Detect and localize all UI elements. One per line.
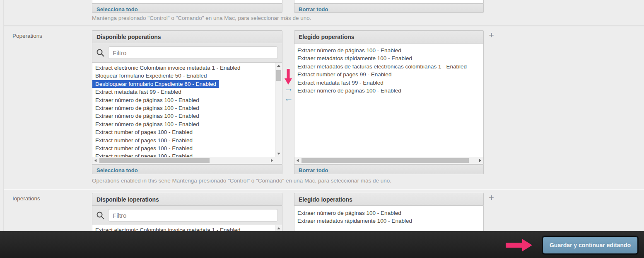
scrollbar-corner [275,157,282,164]
add-poperation-button[interactable]: + [489,32,494,39]
top-chosen-list-clipped [294,0,484,3]
scroll-left-icon[interactable] [92,157,99,164]
scroll-left-icon[interactable] [294,157,301,164]
list-option[interactable]: Extract metadata fast 99 - Enabled [92,88,275,96]
top-available-footer: Selecciona todo [92,3,282,13]
scroll-down-icon[interactable] [275,150,282,157]
choose-arrow-icon[interactable]: → [284,84,293,92]
scrollbar-thumb[interactable] [276,70,281,81]
page: Selecciona todo Borrar todo Mantenga pre… [0,0,644,258]
list-option[interactable]: Extraer número de páginas 100 - Enabled [92,104,275,112]
list-option[interactable]: Extraer metadatos rápidamente 100 - Enab… [294,217,483,225]
list-option[interactable]: Extract electronic Colombian invoice met… [92,64,275,72]
list-option[interactable]: Extraer número de páginas 100 - Enabled [294,209,483,217]
list-option[interactable]: Extraer número de páginas 100 - Enabled [92,120,275,128]
list-option[interactable]: Bloquear formulario Expediente 50 - Enab… [92,72,275,80]
save-and-continue-button[interactable]: Guardar y continuar editando [543,237,637,253]
search-icon [96,211,105,220]
module-left-border [3,0,4,231]
submit-row: Guardar y continuar editando [0,231,644,258]
list-option[interactable]: Extraer metadatos de facturas electrónic… [294,63,483,71]
list-option[interactable]: Extract metadata fast 99 - Enabled [294,79,483,87]
search-icon [96,49,105,57]
chosen-header: Elegido poperations [294,30,484,43]
row-divider [4,189,644,189]
scroll-up-icon[interactable] [275,63,282,69]
chosen-footer: Borrar todo [294,164,484,174]
filter-input[interactable] [108,46,278,59]
list-option[interactable]: Extraer número de páginas 100 - Enabled [92,96,275,104]
available-header: Disponible ioperations [92,193,282,206]
filter-input[interactable] [108,209,278,221]
select-all-link[interactable]: Selecciona todo [96,167,138,173]
field-label-ioperations: Ioperations [12,195,40,202]
filter-row [92,43,282,62]
poperations-chosen-box: Elegido poperations Extraer número de pá… [294,30,484,174]
list-option[interactable]: Extraer metadatos rápidamente 100 - Enab… [294,54,483,62]
scrollbar-thumb[interactable] [99,158,210,163]
add-ioperation-button[interactable]: + [489,194,494,202]
list-option[interactable]: Extract number of pages 100 - Enabled [92,144,275,152]
list-option[interactable]: Extraer número de páginas 100 - Enabled [294,87,483,95]
vertical-scrollbar[interactable] [275,63,282,157]
help-text: Mantenga presionado "Control" o "Comando… [92,15,311,21]
help-text: Operations enabled in this serie Manteng… [92,178,391,184]
scrollbar-thumb[interactable] [301,158,469,163]
clear-all-link[interactable]: Borrar todo [299,167,328,173]
scroll-right-icon[interactable] [477,157,483,164]
horizontal-scrollbar[interactable] [294,157,483,164]
chosen-options: Extraer número de páginas 100 - EnabledE… [294,44,483,157]
field-label-poperations: Poperations [12,33,42,39]
clear-all-link[interactable]: Borrar todo [299,6,328,12]
list-option[interactable]: Extract number of pages 100 - Enabled [92,136,275,144]
scroll-right-icon[interactable] [268,157,275,164]
list-option[interactable]: Extract number of pages 100 - Enabled [92,128,275,136]
save-button-focus-ring: Guardar y continuar editando [542,236,639,255]
list-option[interactable]: Extract number of pages 100 - Enabled [92,152,275,157]
annotation-arrow-down-icon [285,69,292,85]
list-option[interactable]: Desbloquear formulario Expediente 60 - E… [92,80,219,88]
poperations-available-box: Disponible poperations Extract electroni… [92,30,282,174]
list-option[interactable]: Extraer número de páginas 100 - Enabled [294,46,483,54]
list-option[interactable]: Extract number of pages 99 - Enabled [294,71,483,78]
annotation-arrow-right-icon [506,237,532,253]
top-chosen-footer: Borrar todo [294,3,484,13]
filter-row [92,206,282,225]
available-list[interactable]: Extract electronic Colombian invoice met… [92,62,282,164]
list-option[interactable]: Extraer número de páginas 100 - Enabled [92,112,275,120]
remove-arrow-icon[interactable]: ← [284,94,293,102]
horizontal-scrollbar[interactable] [92,157,275,164]
available-footer: Selecciona todo [92,164,282,174]
chosen-list[interactable]: Extraer número de páginas 100 - EnabledE… [294,43,484,164]
select-all-link[interactable]: Selecciona todo [96,6,138,12]
row-divider [4,25,644,26]
available-header: Disponible poperations [92,30,282,43]
available-options: Extract electronic Colombian invoice met… [92,63,275,157]
top-available-list-clipped [92,0,282,3]
chosen-header: Elegido ioperations [294,193,484,206]
